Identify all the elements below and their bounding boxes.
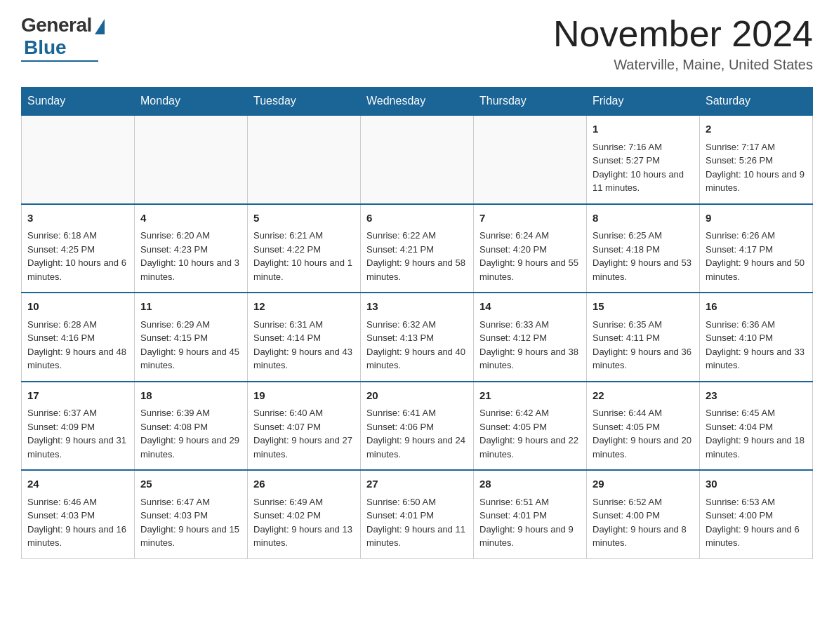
column-header-friday: Friday <box>587 88 700 116</box>
day-info-line: Daylight: 9 hours and 33 minutes. <box>706 345 807 373</box>
day-info-line: Sunrise: 6:35 AM <box>593 318 694 332</box>
column-header-saturday: Saturday <box>700 88 813 116</box>
calendar-cell: 8Sunrise: 6:25 AMSunset: 4:18 PMDaylight… <box>587 204 700 293</box>
day-number: 8 <box>593 210 694 227</box>
day-number: 26 <box>253 476 355 492</box>
day-info-line: Sunrise: 6:29 AM <box>140 318 241 332</box>
column-header-thursday: Thursday <box>474 88 587 116</box>
calendar-cell: 23Sunrise: 6:45 AMSunset: 4:04 PMDayligh… <box>700 382 813 471</box>
day-info-line: Sunset: 4:25 PM <box>27 243 128 257</box>
day-info-line: Daylight: 9 hours and 40 minutes. <box>366 345 468 373</box>
day-info-line: Daylight: 9 hours and 18 minutes. <box>706 434 807 461</box>
calendar-cell: 15Sunrise: 6:35 AMSunset: 4:11 PMDayligh… <box>587 293 700 382</box>
page-header: General Blue November 2024 Waterville, M… <box>21 14 813 73</box>
day-number: 17 <box>27 388 128 404</box>
calendar-cell <box>248 115 361 204</box>
calendar-cell: 5Sunrise: 6:21 AMSunset: 4:22 PMDaylight… <box>248 204 361 293</box>
day-number: 27 <box>366 476 468 492</box>
calendar-cell: 28Sunrise: 6:51 AMSunset: 4:01 PMDayligh… <box>474 470 587 558</box>
day-number: 30 <box>706 476 807 492</box>
day-info-line: Daylight: 10 hours and 3 minutes. <box>140 256 241 283</box>
day-info-line: Sunrise: 6:40 AM <box>253 406 355 420</box>
day-info-line: Sunset: 4:06 PM <box>366 420 468 434</box>
day-number: 16 <box>706 299 807 315</box>
day-info-line: Daylight: 9 hours and 15 minutes. <box>140 523 241 550</box>
calendar-cell: 10Sunrise: 6:28 AMSunset: 4:16 PMDayligh… <box>22 293 135 382</box>
logo-blue-text: Blue <box>24 36 67 59</box>
day-number: 25 <box>140 476 241 492</box>
day-info-line: Sunrise: 6:51 AM <box>479 495 581 509</box>
day-info-line: Sunrise: 6:22 AM <box>366 229 468 243</box>
day-info-line: Sunrise: 6:26 AM <box>706 229 807 243</box>
day-info-line: Daylight: 9 hours and 22 minutes. <box>479 434 581 461</box>
calendar-cell: 30Sunrise: 6:53 AMSunset: 4:00 PMDayligh… <box>700 470 813 558</box>
logo-triangle-icon <box>95 19 105 34</box>
day-info-line: Sunset: 4:05 PM <box>593 420 694 434</box>
calendar-cell: 16Sunrise: 6:36 AMSunset: 4:10 PMDayligh… <box>700 293 813 382</box>
day-number: 10 <box>27 299 128 315</box>
day-number: 12 <box>253 299 355 315</box>
day-info-line: Sunrise: 6:49 AM <box>253 495 355 509</box>
day-info-line: Daylight: 9 hours and 48 minutes. <box>27 345 128 373</box>
location-subtitle: Waterville, Maine, United States <box>553 57 813 73</box>
title-area: November 2024 Waterville, Maine, United … <box>553 14 813 73</box>
day-number: 11 <box>140 299 241 315</box>
day-info-line: Sunrise: 6:21 AM <box>253 229 355 243</box>
day-number: 1 <box>593 121 694 137</box>
day-info-line: Sunset: 4:22 PM <box>253 243 355 257</box>
day-number: 9 <box>706 210 807 227</box>
day-info-line: Sunset: 4:07 PM <box>253 420 355 434</box>
day-info-line: Sunrise: 6:39 AM <box>140 406 241 420</box>
day-info-line: Daylight: 9 hours and 55 minutes. <box>479 256 581 283</box>
day-info-line: Sunrise: 7:16 AM <box>593 140 694 154</box>
column-header-tuesday: Tuesday <box>248 88 361 116</box>
day-info-line: Sunset: 4:03 PM <box>140 509 241 523</box>
week-row-2: 3Sunrise: 6:18 AMSunset: 4:25 PMDaylight… <box>22 204 813 293</box>
calendar-cell: 12Sunrise: 6:31 AMSunset: 4:14 PMDayligh… <box>248 293 361 382</box>
calendar-cell: 27Sunrise: 6:50 AMSunset: 4:01 PMDayligh… <box>361 470 474 558</box>
day-info-line: Daylight: 9 hours and 11 minutes. <box>366 523 468 550</box>
calendar-cell: 2Sunrise: 7:17 AMSunset: 5:26 PMDaylight… <box>700 115 813 204</box>
day-number: 5 <box>253 210 355 227</box>
day-info-line: Sunset: 4:09 PM <box>27 420 128 434</box>
calendar-cell <box>22 115 135 204</box>
day-info-line: Sunset: 4:11 PM <box>593 331 694 345</box>
day-number: 24 <box>27 476 128 492</box>
calendar-cell: 26Sunrise: 6:49 AMSunset: 4:02 PMDayligh… <box>248 470 361 558</box>
day-info-line: Sunrise: 7:17 AM <box>706 140 807 154</box>
day-info-line: Sunrise: 6:28 AM <box>27 318 128 332</box>
day-info-line: Daylight: 9 hours and 58 minutes. <box>366 256 468 283</box>
day-info-line: Sunset: 4:16 PM <box>27 331 128 345</box>
day-number: 28 <box>479 476 581 492</box>
calendar-cell: 19Sunrise: 6:40 AMSunset: 4:07 PMDayligh… <box>248 382 361 471</box>
day-info-line: Daylight: 9 hours and 13 minutes. <box>253 523 355 550</box>
calendar-cell: 3Sunrise: 6:18 AMSunset: 4:25 PMDaylight… <box>22 204 135 293</box>
day-info-line: Sunset: 4:05 PM <box>479 420 581 434</box>
day-info-line: Daylight: 9 hours and 16 minutes. <box>27 523 128 550</box>
day-number: 22 <box>593 388 694 404</box>
day-info-line: Sunrise: 6:44 AM <box>593 406 694 420</box>
day-info-line: Sunset: 4:02 PM <box>253 509 355 523</box>
week-row-4: 17Sunrise: 6:37 AMSunset: 4:09 PMDayligh… <box>22 382 813 471</box>
day-info-line: Sunset: 4:15 PM <box>140 331 241 345</box>
day-info-line: Daylight: 9 hours and 29 minutes. <box>140 434 241 461</box>
day-info-line: Daylight: 9 hours and 31 minutes. <box>27 434 128 461</box>
day-info-line: Daylight: 10 hours and 11 minutes. <box>593 168 694 195</box>
day-info-line: Sunset: 4:00 PM <box>593 509 694 523</box>
day-number: 20 <box>366 388 468 404</box>
calendar-cell: 11Sunrise: 6:29 AMSunset: 4:15 PMDayligh… <box>135 293 248 382</box>
day-info-line: Sunset: 4:20 PM <box>479 243 581 257</box>
calendar-cell: 18Sunrise: 6:39 AMSunset: 4:08 PMDayligh… <box>135 382 248 471</box>
calendar-cell: 29Sunrise: 6:52 AMSunset: 4:00 PMDayligh… <box>587 470 700 558</box>
calendar-cell: 14Sunrise: 6:33 AMSunset: 4:12 PMDayligh… <box>474 293 587 382</box>
day-info-line: Daylight: 9 hours and 50 minutes. <box>706 256 807 283</box>
calendar-cell <box>474 115 587 204</box>
calendar-cell: 4Sunrise: 6:20 AMSunset: 4:23 PMDaylight… <box>135 204 248 293</box>
calendar-cell: 21Sunrise: 6:42 AMSunset: 4:05 PMDayligh… <box>474 382 587 471</box>
day-info-line: Sunset: 4:03 PM <box>27 509 128 523</box>
day-number: 4 <box>140 210 241 227</box>
day-info-line: Sunset: 4:17 PM <box>706 243 807 257</box>
day-number: 3 <box>27 210 128 227</box>
day-info-line: Daylight: 9 hours and 20 minutes. <box>593 434 694 461</box>
day-info-line: Sunset: 4:23 PM <box>140 243 241 257</box>
